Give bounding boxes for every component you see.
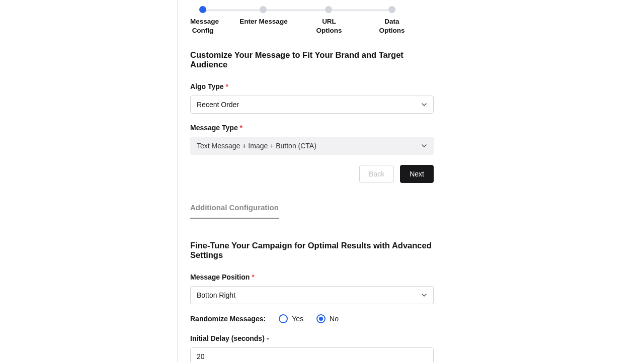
required-marker: *: [240, 124, 243, 132]
wizard-buttons: Back Next: [190, 165, 434, 183]
field-message-position: Message Position * Botton Right: [190, 273, 434, 304]
radio-no-label: No: [330, 315, 339, 323]
left-divider: [177, 0, 178, 362]
radio-yes-label: Yes: [292, 315, 303, 323]
main-content: Message Config Enter Message URL Options…: [190, 6, 434, 362]
step-label-2: Enter Message: [239, 17, 288, 26]
field-message-type: Message Type * Text Message + Image + Bu…: [190, 124, 434, 155]
step-connector: [267, 10, 325, 11]
step-dot-1[interactable]: [199, 6, 206, 13]
chevron-down-icon: [421, 143, 427, 149]
step-connector: [332, 10, 388, 11]
initial-delay-input-wrap[interactable]: [190, 347, 434, 362]
message-position-select[interactable]: Botton Right: [190, 286, 434, 304]
message-type-select[interactable]: Text Message + Image + Button (CTA): [190, 137, 434, 155]
step-label-3: URL Options: [309, 17, 349, 35]
step-dot-3[interactable]: [325, 6, 332, 13]
step-dot-4[interactable]: [388, 6, 395, 13]
randomize-label: Randomize Messages:: [190, 315, 266, 323]
step-dot-2[interactable]: [260, 6, 267, 13]
algo-type-label: Algo Type *: [190, 82, 434, 90]
field-algo-type: Algo Type * Recent Order: [190, 82, 434, 114]
step-connector: [206, 10, 260, 11]
step-label-4: Data Options: [371, 17, 413, 35]
randomize-messages-row: Randomize Messages: Yes No: [190, 314, 434, 323]
next-button[interactable]: Next: [400, 165, 434, 183]
required-marker: *: [226, 82, 228, 90]
chevron-down-icon: [421, 102, 427, 108]
chevron-down-icon: [421, 292, 427, 298]
algo-type-select[interactable]: Recent Order: [190, 96, 434, 114]
message-type-value: Text Message + Image + Button (CTA): [197, 142, 316, 150]
step-label-1: Message Config: [190, 17, 215, 35]
section-title-finetune: Fine-Tune Your Campaign for Optimal Resu…: [190, 241, 434, 260]
field-initial-delay: Initial Delay (seconds) -: [190, 334, 434, 362]
initial-delay-input[interactable]: [197, 352, 427, 360]
additional-config-tab[interactable]: Additional Configuration: [190, 203, 279, 219]
required-marker: *: [252, 273, 254, 281]
back-button[interactable]: Back: [359, 165, 394, 183]
message-type-label: Message Type *: [190, 124, 434, 132]
section-title-customize: Customize Your Message to Fit Your Brand…: [190, 50, 434, 69]
randomize-yes-option[interactable]: Yes: [279, 314, 303, 323]
randomize-no-option[interactable]: No: [316, 314, 339, 323]
algo-type-value: Recent Order: [197, 101, 239, 109]
message-position-value: Botton Right: [197, 291, 235, 299]
stepper: Message Config Enter Message URL Options…: [190, 6, 409, 34]
additional-config-tab-wrap: Additional Configuration: [190, 203, 434, 230]
initial-delay-label: Initial Delay (seconds) -: [190, 334, 434, 342]
message-position-label: Message Position *: [190, 273, 434, 281]
radio-no[interactable]: [316, 314, 326, 323]
radio-yes[interactable]: [279, 314, 288, 323]
